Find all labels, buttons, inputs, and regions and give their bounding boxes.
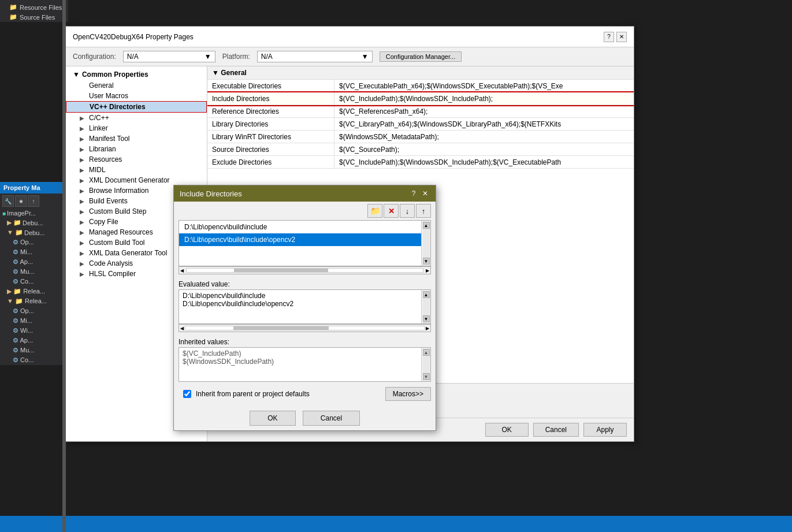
resource-files-label: Resource Files: [20, 4, 62, 11]
tree-item-user-macros[interactable]: User Macros: [66, 91, 207, 101]
eval-vscrollbar[interactable]: ▲ ▼: [421, 290, 430, 323]
include-ok-button[interactable]: OK: [250, 411, 296, 426]
eval-hscroll-right[interactable]: ▶: [426, 326, 429, 331]
tree-item-manifest[interactable]: ▶ Manifest Tool: [66, 133, 207, 144]
star-icon[interactable]: ★: [15, 195, 27, 207]
eval-hscroll-thumb: [233, 326, 329, 330]
folder-icon: 📁: [9, 3, 17, 11]
inherit-label[interactable]: Inherit from parent or project defaults: [196, 390, 310, 398]
close-button[interactable]: ✕: [616, 32, 627, 42]
source-files-item[interactable]: 📁 Source Files: [0, 12, 68, 22]
item-co[interactable]: ⚙ Co...: [0, 277, 68, 287]
main-cancel-button[interactable]: Cancel: [533, 423, 579, 437]
debug-folder-1[interactable]: ▶ 📁 Debu...: [0, 218, 68, 228]
tree-code-analysis-expand: ▶: [80, 261, 87, 267]
tree-item-resources[interactable]: ▶ Resources: [66, 154, 207, 165]
path-hscrollbar[interactable]: ◀ ▶: [179, 266, 431, 274]
tree-copy-file-label: Copy File: [89, 218, 118, 226]
project-icon: ■: [2, 210, 6, 217]
property-manager-tab[interactable]: Property Ma: [0, 182, 68, 194]
tree-item-vc-directories[interactable]: VC++ Directories: [66, 101, 207, 113]
eval-value-1: D:\Lib\opencv\build\include\opencv2: [183, 300, 427, 308]
item-ap[interactable]: ⚙ Ap...: [0, 257, 68, 267]
inherited-vscrollbar[interactable]: ▲ ▼: [421, 348, 430, 381]
prop-row-exclude[interactable]: Exclude Directories $(VC_IncludePath);$(…: [207, 156, 634, 169]
rel-item-co[interactable]: ⚙ Co...: [0, 355, 68, 365]
eval-vscroll-up[interactable]: ▲: [423, 291, 430, 298]
release-folder-1[interactable]: ▶ 📁 Relea...: [0, 287, 68, 296]
item-mi[interactable]: ⚙ Mi...: [0, 247, 68, 257]
include-help-button[interactable]: ?: [409, 189, 418, 198]
prop-row-executable[interactable]: Executable Directories $(VC_ExecutablePa…: [207, 80, 634, 92]
vscroll-up-arrow[interactable]: ▲: [423, 222, 430, 229]
rel-co-icon: ⚙: [13, 356, 18, 363]
image-project-item[interactable]: ■ ImagePr...: [0, 209, 68, 218]
tree-collapse-icon: ▼: [73, 70, 80, 79]
rel-item-op[interactable]: ⚙ Op...: [0, 306, 68, 316]
rel-item-ap[interactable]: ⚙ Ap...: [0, 336, 68, 345]
path-list-vscrollbar[interactable]: ▲ ▼: [421, 221, 430, 266]
path-item-0[interactable]: D:\Lib\opencv\build\include: [179, 221, 430, 233]
up-icon[interactable]: ↑: [28, 195, 39, 207]
ok-cancel-buttons: OK Cancel: [174, 406, 436, 430]
tree-root-header[interactable]: ▼ Common Properties: [66, 69, 207, 80]
help-button[interactable]: ?: [604, 32, 614, 42]
vscroll-down-arrow[interactable]: ▼: [423, 258, 430, 265]
eval-hscroll-left[interactable]: ◀: [180, 326, 184, 331]
tree-root-label: Common Properties: [82, 70, 148, 79]
tree-item-general[interactable]: General: [66, 80, 207, 91]
prop-row-library[interactable]: Library Directories $(VC_LibraryPath_x64…: [207, 118, 634, 131]
new-folder-button[interactable]: 📁: [367, 204, 382, 218]
hscroll-left-arrow[interactable]: ◀: [180, 268, 184, 273]
config-dropdown[interactable]: N/A ▼: [123, 51, 215, 62]
tree-cpp-label: C/C++: [89, 114, 109, 122]
path-item-1[interactable]: D:\Lib\opencv\build\include\opencv2: [179, 233, 430, 246]
include-close-button[interactable]: ✕: [421, 189, 430, 198]
prop-name-exclude: Exclude Directories: [207, 156, 334, 168]
main-ok-button[interactable]: OK: [485, 423, 529, 437]
tree-item-cpp[interactable]: ▶ C/C++: [66, 113, 207, 123]
prop-row-reference[interactable]: Reference Directories $(VC_ReferencesPat…: [207, 105, 634, 118]
tree-item-linker[interactable]: ▶ Linker: [66, 123, 207, 133]
config-manager-button[interactable]: Configuration Manager...: [380, 51, 462, 62]
debug-folder-2[interactable]: ▼ 📁 Debu...: [0, 228, 68, 237]
rel-item-mu[interactable]: ⚙ Mu...: [0, 345, 68, 355]
inherited-vscroll-up[interactable]: ▲: [423, 349, 430, 356]
debug-folder-icon-1: ▶ 📁: [7, 219, 21, 226]
prop-row-library-winrt[interactable]: Library WinRT Directories $(WindowsSDK_M…: [207, 131, 634, 143]
resize-handle[interactable]: [62, 0, 66, 532]
tree-item-librarian[interactable]: ▶ Librarian: [66, 144, 207, 154]
main-apply-button[interactable]: Apply: [583, 423, 627, 437]
prop-name-include: Include Directories: [207, 92, 334, 105]
rel-item-mi[interactable]: ⚙ Mi...: [0, 316, 68, 326]
item-mu[interactable]: ⚙ Mu...: [0, 267, 68, 277]
path-list-container[interactable]: D:\Lib\opencv\build\include D:\Lib\openc…: [179, 220, 431, 266]
move-up-button[interactable]: ↑: [416, 204, 431, 218]
tree-custom-build-step-expand: ▶: [80, 209, 87, 215]
eval-box: D:\Lib\opencv\build\include D:\Lib\openc…: [179, 289, 431, 324]
eval-vscroll-down[interactable]: ▼: [423, 315, 430, 322]
rel-item-wi[interactable]: ⚙ Wi...: [0, 326, 68, 336]
wrench-icon[interactable]: 🔧: [2, 195, 14, 207]
macros-button[interactable]: Macros>>: [385, 387, 431, 401]
prop-row-source[interactable]: Source Directories $(VC_SourcePath);: [207, 143, 634, 156]
platform-dropdown[interactable]: N/A ▼: [257, 51, 373, 62]
resource-files-item[interactable]: 📁 Resource Files: [0, 2, 68, 12]
move-down-button[interactable]: ↓: [400, 204, 415, 218]
tree-item-xml-doc[interactable]: ▶ XML Document Generator: [66, 175, 207, 185]
mu-icon: ⚙: [13, 268, 18, 275]
tree-item-midl[interactable]: ▶ MIDL: [66, 165, 207, 175]
inherit-checkbox[interactable]: [183, 390, 191, 398]
delete-button[interactable]: ✕: [384, 204, 399, 218]
inherited-vscroll-down[interactable]: ▼: [423, 373, 430, 380]
tree-librarian-label: Librarian: [89, 145, 116, 153]
hscroll-right-arrow[interactable]: ▶: [426, 268, 429, 273]
eval-value-0: D:\Lib\opencv\build\include: [183, 292, 427, 300]
include-cancel-button[interactable]: Cancel: [303, 411, 360, 426]
tree-copy-file-expand: ▶: [80, 219, 87, 225]
eval-hscrollbar[interactable]: ◀ ▶: [179, 324, 431, 332]
item-op[interactable]: ⚙ Op...: [0, 237, 68, 247]
prop-row-include[interactable]: Include Directories $(VC_IncludePath);$(…: [207, 92, 634, 105]
tree-midl-label: MIDL: [89, 166, 106, 174]
release-folder-2[interactable]: ▼ 📁 Relea...: [0, 296, 68, 306]
